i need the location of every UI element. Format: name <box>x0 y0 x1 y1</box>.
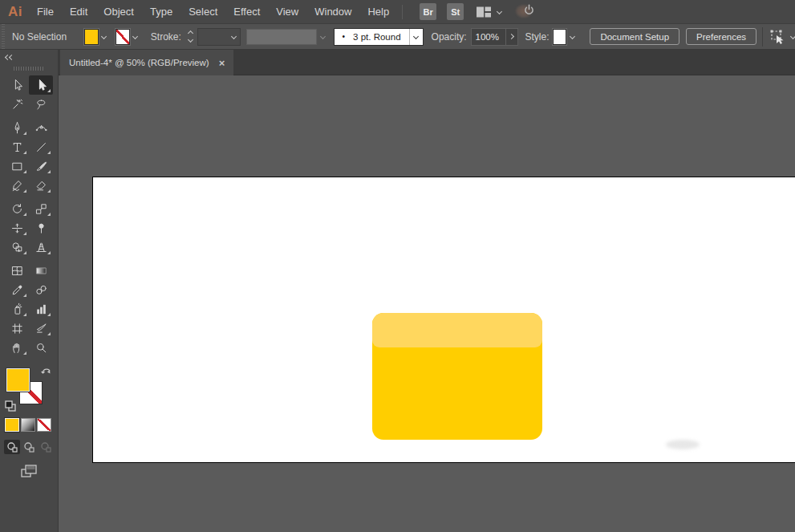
tool-line-segment[interactable] <box>29 137 53 156</box>
tool-magic-wand[interactable] <box>5 95 29 114</box>
rotate-icon <box>10 202 24 216</box>
width-profile-preview <box>246 29 317 45</box>
none-button[interactable] <box>37 418 51 432</box>
draw-normal-button[interactable] <box>4 440 20 454</box>
stroke-weight-combo[interactable] <box>197 28 241 46</box>
brush-dot-icon: • <box>343 32 346 41</box>
tool-width[interactable] <box>5 218 29 238</box>
zoom-icon <box>34 341 48 355</box>
artboard[interactable] <box>92 177 795 463</box>
control-bar-grip[interactable] <box>0 24 6 49</box>
opacity-input[interactable]: 100% <box>471 28 507 46</box>
tool-perspective-grid[interactable] <box>29 238 53 257</box>
tool-selection[interactable] <box>5 75 29 95</box>
tool-rotate[interactable] <box>5 199 29 218</box>
workspace-icon <box>476 6 492 18</box>
tool-shaper[interactable] <box>5 176 29 195</box>
tool-zoom[interactable] <box>29 338 53 357</box>
draw-normal-icon <box>6 441 18 453</box>
default-fill-stroke-icon[interactable] <box>5 400 16 412</box>
chevron-down-icon <box>570 34 575 39</box>
rounded-rectangle-object[interactable] <box>372 313 542 440</box>
stock-button[interactable]: St <box>447 3 464 20</box>
bridge-button[interactable]: Br <box>420 3 436 20</box>
document-tab[interactable]: Untitled-4* @ 50% (RGB/Preview) × <box>60 50 233 75</box>
tool-pen[interactable] <box>5 118 29 137</box>
paintbrush-icon <box>34 160 48 173</box>
eyedropper-icon <box>10 283 24 297</box>
draw-behind-button[interactable] <box>21 440 37 454</box>
tool-eraser[interactable] <box>29 176 53 195</box>
tool-type[interactable] <box>5 137 29 156</box>
brush-dropdown-button[interactable] <box>409 29 423 45</box>
select-similar-button[interactable] <box>769 29 795 45</box>
preferences-button[interactable]: Preferences <box>686 28 756 45</box>
document-setup-button[interactable]: Document Setup <box>590 28 679 45</box>
chevron-down-icon <box>188 37 193 43</box>
tool-gradient[interactable] <box>29 261 53 280</box>
draw-inside-button[interactable] <box>38 440 54 454</box>
stroke-color-swatch[interactable] <box>116 29 130 45</box>
slice-icon <box>34 322 48 335</box>
draw-inside-icon <box>40 441 51 453</box>
menu-type[interactable]: Type <box>142 6 180 18</box>
selection-status: No Selection <box>12 31 67 43</box>
tool-mesh[interactable] <box>5 261 29 280</box>
drawing-modes <box>4 440 54 454</box>
panel-grip[interactable] <box>14 67 44 71</box>
appearance-buttons <box>5 418 53 432</box>
gradient-button[interactable] <box>21 418 35 432</box>
power-icon <box>523 4 535 16</box>
color-button[interactable] <box>5 418 19 432</box>
control-bar-divider <box>762 27 763 47</box>
menu-select[interactable]: Select <box>180 6 225 18</box>
brush-definition-dropdown[interactable]: • 3 pt. Round <box>334 28 424 46</box>
style-panel-link[interactable]: Style: <box>525 31 550 43</box>
menubar-divider <box>402 5 403 19</box>
tool-hand[interactable] <box>5 338 29 357</box>
menu-file[interactable]: File <box>29 6 62 18</box>
stroke-color-dropdown[interactable] <box>130 29 141 45</box>
rectangle-icon <box>10 160 24 173</box>
fill-color-dropdown[interactable] <box>99 29 110 45</box>
menu-object[interactable]: Object <box>95 6 142 18</box>
menu-effect[interactable]: Effect <box>225 6 268 18</box>
collapse-panel-icon[interactable] <box>9 54 14 59</box>
opacity-panel-link[interactable]: Opacity: <box>432 31 467 43</box>
tool-slice[interactable] <box>29 319 53 338</box>
brush-definition-value: • 3 pt. Round <box>335 29 409 45</box>
close-icon[interactable]: × <box>219 58 225 68</box>
tool-eyedropper[interactable] <box>5 280 29 299</box>
tool-direct-selection[interactable] <box>29 75 53 95</box>
blend-icon <box>34 283 48 297</box>
tool-scale[interactable] <box>29 199 53 218</box>
opacity-dropdown-button[interactable] <box>506 28 517 46</box>
tool-puppet-warp[interactable] <box>29 218 53 238</box>
gradient-icon <box>34 264 48 278</box>
tool-blend[interactable] <box>29 280 53 299</box>
tool-artboard[interactable] <box>5 319 29 338</box>
tool-shape-builder[interactable] <box>5 238 29 257</box>
workspace-switcher[interactable] <box>476 6 501 18</box>
fill-swatch[interactable] <box>6 368 30 392</box>
menu-view[interactable]: View <box>268 6 306 18</box>
sync-status-button[interactable] <box>516 2 538 22</box>
width-profile-combo[interactable] <box>246 29 325 45</box>
style-swatch[interactable] <box>553 29 567 45</box>
menu-window[interactable]: Window <box>306 6 359 18</box>
tool-column-graph[interactable] <box>29 299 53 319</box>
swap-fill-stroke-icon[interactable] <box>41 365 52 376</box>
tool-rectangle[interactable] <box>5 156 29 176</box>
tool-curvature[interactable] <box>29 118 53 137</box>
tool-lasso[interactable] <box>29 95 53 114</box>
column-graph-icon <box>34 303 48 316</box>
stroke-panel-link[interactable]: Stroke: <box>151 31 181 43</box>
menu-edit[interactable]: Edit <box>62 6 95 18</box>
stroke-weight-stepper[interactable] <box>185 28 196 46</box>
tool-symbol-sprayer[interactable] <box>5 299 29 319</box>
screen-mode-button[interactable] <box>4 464 54 478</box>
menu-help[interactable]: Help <box>359 6 397 18</box>
style-dropdown[interactable] <box>566 29 578 45</box>
tool-paintbrush[interactable] <box>29 156 53 176</box>
fill-color-swatch[interactable] <box>84 29 99 45</box>
